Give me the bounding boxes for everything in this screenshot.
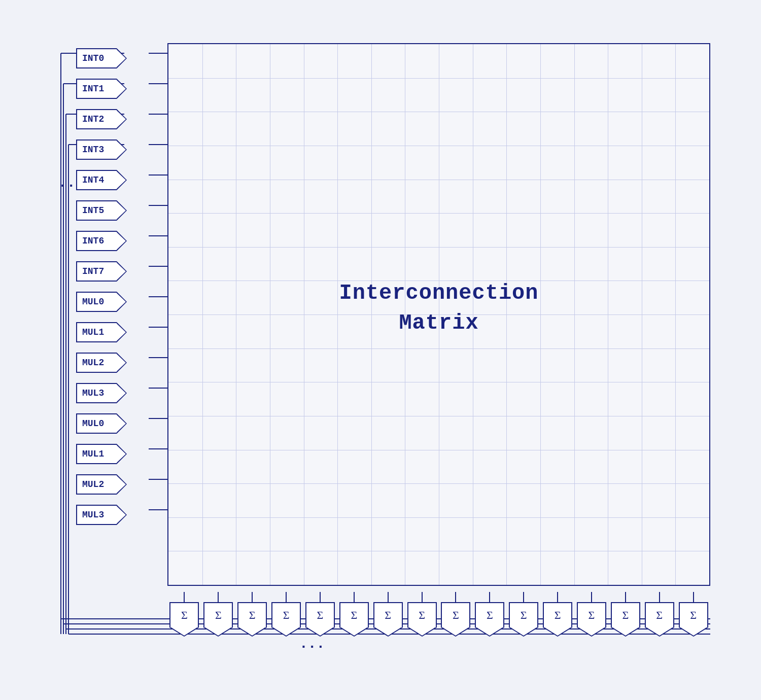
arrow-tip-inner [116,141,126,159]
arrow-tip-icon [117,48,127,68]
sum-tip-icon [611,627,640,637]
sum-line-up [591,592,592,602]
sum-line-up [320,592,321,602]
sum-symbol: Σ [441,602,470,627]
arrow-tip-inner [116,201,126,220]
sum-col-14: Σ [642,592,676,637]
sum-symbol: Σ [679,602,708,627]
bottom-ellipsis: ... [299,636,325,652]
input-row: INT7 [51,256,101,287]
arrow-label: MUL2 [76,474,127,495]
arrow-tip-inner [116,80,126,98]
input-label-mul2-10: MUL2 [76,353,117,373]
input-label-mul1-13: MUL1 [76,444,117,464]
arrow-tip-icon [117,505,127,525]
sum-col-3: Σ [269,592,303,637]
arrow-tip-icon [117,139,127,160]
sum-tip-inner [408,627,436,636]
arrow-label: INT7 [76,261,127,282]
input-label-int2-2: INT2 [76,109,117,129]
sum-symbol: Σ [509,602,538,627]
arrow-tip-icon [117,109,127,129]
sum-shape: Σ [679,602,708,637]
sum-tip-inner [680,627,707,636]
input-row: INT6 [51,226,101,256]
sum-col-13: Σ [608,592,642,637]
sum-symbol: Σ [611,602,640,627]
input-row: INT2 [51,104,101,134]
sum-tip-inner [612,627,639,636]
sum-tip-icon [373,627,403,637]
sum-symbol: Σ [305,602,335,627]
sum-tip-inner [374,627,402,636]
input-row: MUL3 [51,500,101,530]
sum-tip-inner [442,627,469,636]
sum-shape: Σ [169,602,199,637]
arrow-tip-inner [116,323,126,341]
sum-shape: Σ [407,602,437,637]
sum-col-2: Σ [235,592,269,637]
input-row: INT0 [51,43,101,74]
sum-shape: Σ [645,602,674,637]
arrow-tip-inner [116,171,126,189]
sum-line-up [489,592,490,602]
sum-line-up [388,592,389,602]
input-row: MUL2 [51,469,101,500]
sum-line-up [286,592,287,602]
arrow-label: MUL3 [76,383,127,403]
arrow-tip-inner [116,293,126,311]
sum-tip-icon [509,627,538,637]
diagram-container: Interconnection Matrix INT0INT1INT2INT3I… [51,33,710,667]
sum-line-up [693,592,694,602]
arrow-tip-inner [116,384,126,402]
sum-line-up [252,592,253,602]
input-row: MUL0 [51,287,101,317]
sum-col-7: Σ [405,592,439,637]
sum-shape: Σ [475,602,504,637]
input-label-mul2-14: MUL2 [76,474,117,495]
arrow-tip-icon [117,353,127,373]
arrow-tip-inner [116,49,126,67]
sum-shape: Σ [203,602,233,637]
arrow-tip-inner [116,262,126,281]
sum-shape: Σ [441,602,470,637]
arrow-tip-icon [117,383,127,403]
grid-line-v [236,44,236,585]
sum-col-8: Σ [439,592,473,637]
sum-symbol: Σ [271,602,301,627]
sum-shape: Σ [611,602,640,637]
sum-col-9: Σ [473,592,507,637]
sum-tip-icon [679,627,708,637]
sum-col-12: Σ [575,592,609,637]
sum-col-10: Σ [507,592,541,637]
matrix-box: Interconnection Matrix [167,43,710,586]
arrow-label: INT6 [76,231,127,251]
arrow-label: MUL1 [76,444,127,464]
outputs-row: ΣΣΣΣΣΣΣΣΣΣΣΣΣΣΣΣ [167,592,710,637]
sum-symbol: Σ [475,602,504,627]
sum-tip-icon [441,627,470,637]
sum-col-15: Σ [676,592,710,637]
sum-line-up [625,592,626,602]
sum-line-up [422,592,423,602]
sum-tip-inner [578,627,605,636]
sum-line-up [523,592,524,602]
arrow-tip-icon [117,474,127,495]
sum-col-5: Σ [337,592,371,637]
arrow-tip-icon [117,322,127,342]
grid-line-v [270,44,270,585]
sum-tip-inner [204,627,232,636]
arrow-tip-inner [116,110,126,128]
arrow-tip-icon [117,413,127,434]
grid-line-v [574,44,575,585]
input-label-mul0-12: MUL0 [76,413,117,434]
sum-shape: Σ [373,602,403,637]
sum-line-up [455,592,456,602]
arrow-label: MUL1 [76,322,127,342]
sum-line-up [354,592,355,602]
input-label-int4-4: INT4 [76,170,117,190]
arrow-tip-inner [116,475,126,494]
sum-col-0: Σ [167,592,201,637]
input-label-int0-0: INT0 [76,48,117,68]
grid-line-v [202,44,203,585]
